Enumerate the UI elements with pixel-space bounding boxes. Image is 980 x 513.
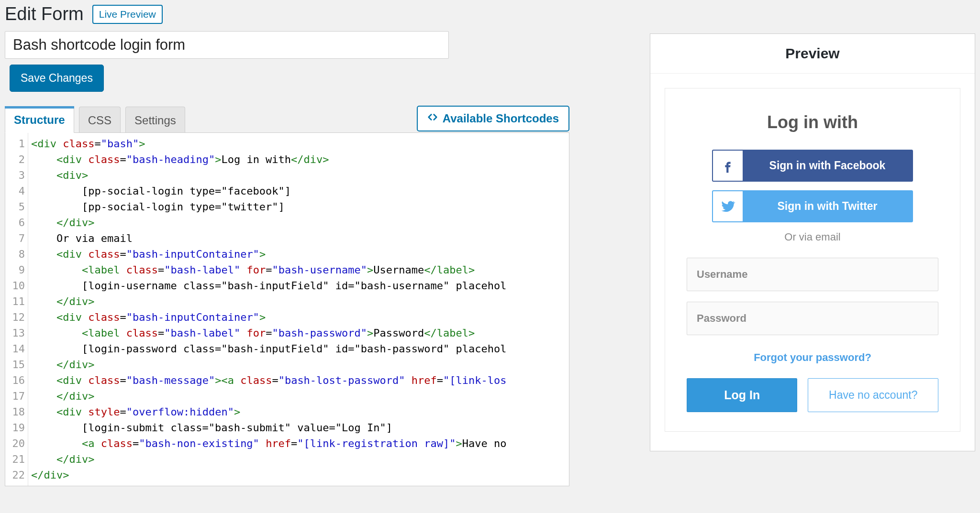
line-number-gutter: 12345678910111213141516171819202122 <box>5 133 28 486</box>
line-number: 10 <box>5 278 28 294</box>
or-via-email-text: Or via email <box>687 231 938 243</box>
forgot-password-link[interactable]: Forgot your password? <box>687 351 938 364</box>
line-number: 9 <box>5 262 28 278</box>
code-line[interactable]: </div> <box>31 294 569 309</box>
twitter-signin-label: Sign in with Twitter <box>743 191 912 221</box>
line-number: 7 <box>5 230 28 246</box>
save-changes-button[interactable]: Save Changes <box>10 65 104 92</box>
line-number: 22 <box>5 467 28 483</box>
line-number: 2 <box>5 152 28 167</box>
password-input[interactable] <box>687 302 938 335</box>
twitter-icon <box>713 191 743 221</box>
line-number: 12 <box>5 309 28 325</box>
code-editor[interactable]: 12345678910111213141516171819202122 <div… <box>5 132 569 486</box>
code-line[interactable]: <div class="bash-inputContainer"> <box>31 246 569 262</box>
code-line[interactable]: <div> <box>31 167 569 183</box>
line-number: 11 <box>5 294 28 309</box>
tab-settings[interactable]: Settings <box>125 107 185 133</box>
preview-panel-title: Preview <box>650 34 975 73</box>
login-heading: Log in with <box>687 112 938 132</box>
log-in-button[interactable]: Log In <box>687 378 797 412</box>
code-line[interactable]: [login-password class="bash-inputField" … <box>31 341 569 357</box>
line-number: 13 <box>5 325 28 341</box>
live-preview-button[interactable]: Live Preview <box>92 5 163 24</box>
code-line[interactable]: [pp-social-login type="facebook"] <box>31 183 569 199</box>
available-shortcodes-button[interactable]: Available Shortcodes <box>417 106 569 131</box>
line-number: 6 <box>5 215 28 230</box>
code-line[interactable]: [pp-social-login type="twitter"] <box>31 199 569 215</box>
code-line[interactable]: </div> <box>31 451 569 467</box>
code-line[interactable]: <div class="bash-heading">Log in with</d… <box>31 152 569 167</box>
code-line[interactable]: </div> <box>31 215 569 230</box>
line-number: 14 <box>5 341 28 357</box>
line-number: 19 <box>5 420 28 436</box>
line-number: 20 <box>5 436 28 451</box>
have-no-account-button[interactable]: Have no account? <box>808 378 938 412</box>
code-line[interactable]: </div> <box>31 467 569 483</box>
code-line[interactable]: <a class="bash-non-existing" href="[link… <box>31 436 569 451</box>
code-line[interactable]: <div class="bash-inputContainer"> <box>31 309 569 325</box>
line-number: 4 <box>5 183 28 199</box>
facebook-signin-label: Sign in with Facebook <box>743 151 912 181</box>
facebook-signin-button[interactable]: Sign in with Facebook <box>712 150 913 182</box>
username-input[interactable] <box>687 258 938 291</box>
preview-panel: Preview Log in with Sign in with Faceboo… <box>650 33 975 451</box>
code-line[interactable]: <div class="bash-message"><a class="bash… <box>31 372 569 388</box>
form-title-input[interactable] <box>5 31 449 59</box>
login-preview-card: Log in with Sign in with Facebook Sign i… <box>665 88 960 432</box>
line-number: 8 <box>5 246 28 262</box>
code-line[interactable]: [login-username class="bash-inputField" … <box>31 278 569 294</box>
line-number: 3 <box>5 167 28 183</box>
line-number: 1 <box>5 136 28 152</box>
facebook-icon <box>713 151 743 181</box>
line-number: 21 <box>5 451 28 467</box>
code-icon <box>427 112 438 125</box>
line-number: 17 <box>5 388 28 404</box>
code-line[interactable]: <label class="bash-label" for="bash-user… <box>31 262 569 278</box>
code-line[interactable]: <div style="overflow:hidden"> <box>31 404 569 420</box>
code-line[interactable]: <div class="bash"> <box>31 136 569 152</box>
editor-tabs: Structure CSS Settings Available Shortco… <box>5 106 569 133</box>
page-title: Edit Form <box>5 4 84 24</box>
code-line[interactable]: Or via email <box>31 230 569 246</box>
twitter-signin-button[interactable]: Sign in with Twitter <box>712 190 913 222</box>
code-line[interactable]: </div> <box>31 388 569 404</box>
code-line[interactable]: </div> <box>31 357 569 372</box>
line-number: 5 <box>5 199 28 215</box>
code-line[interactable]: <label class="bash-label" for="bash-pass… <box>31 325 569 341</box>
code-line[interactable]: [login-submit class="bash-submit" value=… <box>31 420 569 436</box>
available-shortcodes-label: Available Shortcodes <box>443 112 559 125</box>
line-number: 15 <box>5 357 28 372</box>
line-number: 16 <box>5 372 28 388</box>
tab-structure[interactable]: Structure <box>5 106 74 133</box>
tab-css[interactable]: CSS <box>79 107 121 133</box>
line-number: 18 <box>5 404 28 420</box>
